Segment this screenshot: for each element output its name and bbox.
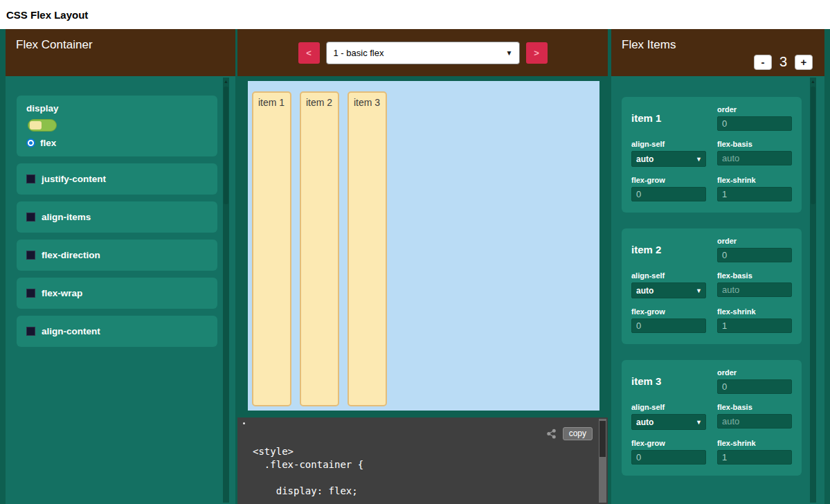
flex-grow-label: flex-grow — [631, 439, 706, 447]
flex-grow-input[interactable] — [631, 187, 706, 201]
justify-content-label: justify-content — [42, 174, 106, 184]
flex-direction-checkbox[interactable] — [26, 251, 35, 260]
scroll-up-icon[interactable]: ▲ — [810, 78, 816, 85]
scrollbar-thumb[interactable] — [224, 87, 228, 204]
align-content-checkbox[interactable] — [26, 327, 35, 336]
align-content-label: align-content — [42, 326, 100, 336]
display-toggle[interactable] — [28, 119, 57, 132]
share-icon[interactable] — [546, 429, 557, 439]
flex-basis-label: flex-basis — [717, 271, 792, 280]
flex-basis-label: flex-basis — [717, 140, 792, 148]
justify-content-checkbox[interactable] — [26, 174, 35, 183]
item-card-title: item 2 — [631, 244, 706, 255]
display-group: display flex — [17, 96, 217, 156]
item-card-3: item 3 order align-self auto ▼ — [622, 360, 802, 476]
item-card-2: item 2 order align-self auto ▼ — [622, 228, 802, 344]
order-input[interactable] — [717, 116, 792, 131]
item-count: 3 — [779, 54, 787, 70]
align-self-label: align-self — [631, 403, 706, 411]
title-bar: CSS Flex Layout — [0, 0, 830, 29]
flex-container-preview: item 1 item 2 item 3 — [248, 81, 599, 411]
flex-items-body: item 1 order align-self auto ▼ — [611, 76, 824, 504]
flex-shrink-input[interactable] — [717, 187, 792, 201]
prop-justify-content: justify-content — [17, 163, 217, 195]
flex-items-title: Flex Items — [622, 38, 676, 51]
align-items-checkbox[interactable] — [26, 213, 35, 222]
align-self-select[interactable]: auto — [631, 282, 706, 298]
copy-button[interactable]: copy — [563, 427, 593, 440]
order-label: order — [717, 237, 792, 245]
align-self-label: align-self — [631, 271, 706, 280]
preview-flex-item-2: item 2 — [300, 91, 339, 406]
preset-select[interactable]: 1 - basic flex — [326, 42, 520, 64]
flex-shrink-label: flex-shrink — [717, 176, 792, 184]
prop-align-content: align-content — [17, 316, 217, 347]
flex-shrink-label: flex-shrink — [717, 439, 792, 447]
prop-flex-direction: flex-direction — [17, 240, 217, 271]
align-self-select[interactable]: auto — [631, 151, 706, 167]
flex-container-header: Flex Container — [6, 29, 235, 76]
align-self-label: align-self — [631, 140, 706, 148]
flex-wrap-label: flex-wrap — [42, 288, 82, 298]
preview-body: item 1 item 2 item 3 copy <style> — [237, 76, 608, 504]
flex-shrink-input[interactable] — [717, 450, 792, 465]
scrollbar-thumb[interactable] — [811, 87, 815, 204]
preview-panel: < 1 - basic flex ▼ > item 1 item 2 item … — [237, 29, 608, 504]
code-panel: copy <style> .flex-container { display: … — [237, 417, 608, 504]
flex-grow-input[interactable] — [631, 318, 706, 333]
item-card-title: item 3 — [631, 375, 706, 387]
left-panel-scrollbar[interactable]: ▲ — [223, 78, 229, 503]
flex-items-header: Flex Items - 3 + — [611, 29, 824, 76]
item-card-title: item 1 — [631, 112, 706, 124]
cursor-dot — [243, 422, 245, 424]
prop-align-items: align-items — [17, 201, 217, 233]
toggle-knob — [30, 121, 42, 129]
flex-radio[interactable] — [26, 138, 35, 147]
flex-grow-input[interactable] — [631, 450, 706, 465]
flex-container-panel: Flex Container display flex justify-cont… — [6, 29, 235, 504]
flex-direction-label: flex-direction — [42, 250, 100, 260]
align-self-select[interactable]: auto — [631, 414, 706, 430]
add-item-button[interactable]: + — [795, 55, 813, 70]
prev-preset-button[interactable]: < — [298, 42, 320, 64]
preview-flex-item-3: item 3 — [348, 91, 387, 406]
flex-shrink-input[interactable] — [717, 318, 792, 333]
order-input[interactable] — [717, 248, 792, 262]
item-card-1: item 1 order align-self auto ▼ — [622, 97, 802, 213]
next-preset-button[interactable]: > — [526, 42, 548, 64]
flex-items-panel: Flex Items - 3 + item 1 order — [611, 29, 824, 504]
code-line: <style> — [253, 445, 587, 458]
scroll-up-icon[interactable]: ▲ — [223, 78, 229, 85]
flex-basis-input[interactable] — [717, 282, 792, 297]
flex-container-body: display flex justify-content align-items — [6, 76, 235, 504]
align-items-label: align-items — [42, 212, 91, 222]
preview-flex-item-1: item 1 — [252, 91, 291, 406]
page-title: CSS Flex Layout — [6, 9, 88, 21]
flex-basis-input[interactable] — [717, 151, 792, 165]
code-scrollbar[interactable] — [599, 419, 606, 503]
preset-nav-bar: < 1 - basic flex ▼ > — [237, 29, 608, 76]
order-input[interactable] — [717, 379, 792, 394]
flex-shrink-label: flex-shrink — [717, 307, 792, 316]
order-label: order — [717, 368, 792, 377]
flex-grow-label: flex-grow — [631, 307, 706, 316]
flex-basis-label: flex-basis — [717, 403, 792, 411]
display-label: display — [26, 103, 208, 114]
flex-basis-input[interactable] — [717, 414, 792, 429]
code-scrollbar-thumb[interactable] — [599, 421, 606, 457]
code-line: .flex-container { — [253, 458, 587, 471]
flex-wrap-checkbox[interactable] — [26, 289, 35, 298]
prop-flex-wrap: flex-wrap — [17, 278, 217, 309]
flex-grow-label: flex-grow — [631, 176, 706, 184]
order-label: order — [717, 105, 792, 114]
main-area: Flex Container display flex justify-cont… — [0, 29, 830, 504]
right-panel-scrollbar[interactable]: ▲ — [810, 78, 816, 503]
code-line — [253, 471, 587, 485]
flex-radio-label: flex — [40, 138, 56, 148]
remove-item-button[interactable]: - — [754, 55, 772, 70]
code-line: display: flex; — [253, 485, 587, 498]
